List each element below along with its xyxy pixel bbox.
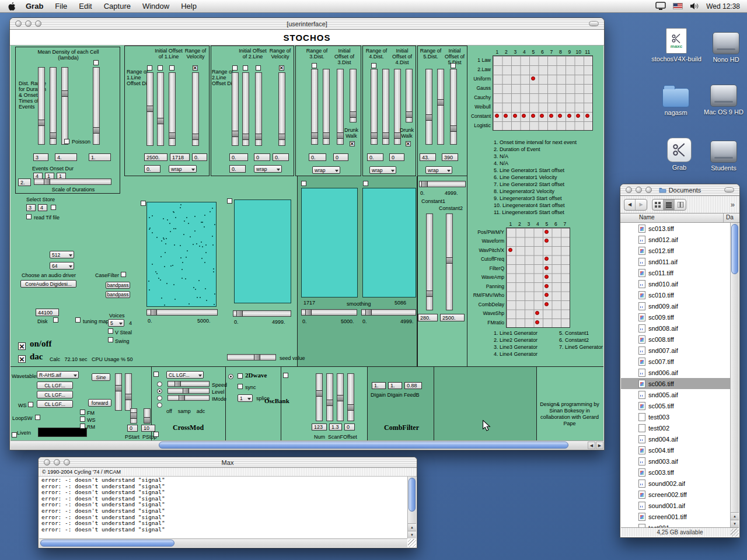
swing-checkbox[interactable]: [108, 337, 113, 342]
dist3-cb[interactable]: [312, 63, 317, 68]
dist3-slider-2[interactable]: [323, 69, 330, 145]
display-4[interactable]: [362, 188, 416, 298]
line1-cb-1[interactable]: [147, 65, 152, 71]
livein-checkbox[interactable]: [12, 432, 17, 438]
dist3-num-2[interactable]: 0: [333, 153, 348, 161]
scanf-value[interactable]: 1.3: [329, 424, 342, 430]
list-view-button[interactable]: [664, 200, 675, 210]
density-slider-2[interactable]: [50, 67, 57, 145]
voices-menu[interactable]: 5: [108, 319, 124, 327]
apple-menu[interactable]: [0, 2, 20, 11]
parameter-grid-dot[interactable]: [544, 302, 549, 306]
cl-lgf-button-3[interactable]: CL LGF...: [37, 400, 73, 408]
dist4-slider-2[interactable]: [382, 69, 389, 145]
display-3[interactable]: [301, 188, 358, 298]
file-row[interactable]: test003: [621, 411, 730, 422]
dist3-wrap-menu[interactable]: wrap: [312, 166, 340, 174]
line1-slider-2[interactable]: [157, 72, 164, 146]
menu-help[interactable]: Help: [175, 0, 203, 13]
dist5-slider-2[interactable]: [437, 69, 444, 145]
dist3-drunkwalk-checkbox[interactable]: [350, 141, 355, 146]
parameter-grid-dot[interactable]: [544, 293, 549, 297]
zoom-button[interactable]: [35, 20, 41, 27]
line1-num-4[interactable]: 0.: [144, 165, 160, 173]
crossmod-radio-4[interactable]: [157, 402, 162, 408]
file-row[interactable]: snd009.aif: [621, 300, 730, 312]
distribution-grid-dot[interactable]: [531, 114, 535, 118]
pstop-num[interactable]: 10: [141, 425, 155, 432]
line1-slider-3[interactable]: [169, 72, 176, 146]
scale-num[interactable]: 2.: [18, 178, 31, 186]
scroll-down-arrow[interactable]: ▼: [731, 520, 739, 527]
scroll-down-arrow[interactable]: ▼: [408, 531, 416, 538]
select-num[interactable]: 3: [26, 204, 36, 211]
file-row[interactable]: sc012.tiff: [621, 245, 730, 256]
constant2-value[interactable]: 2500.: [440, 314, 465, 321]
line1-cb-3[interactable]: [169, 65, 174, 71]
scroll-up-arrow[interactable]: ▲: [731, 512, 739, 520]
dist3-slider-4[interactable]: [350, 69, 357, 123]
display4-slider[interactable]: [361, 309, 416, 316]
menu-file[interactable]: File: [49, 0, 73, 13]
file-row[interactable]: sc004.tiff: [621, 444, 730, 456]
store-num[interactable]: 4: [38, 204, 47, 211]
display-1[interactable]: [146, 202, 217, 307]
constants-top-slider[interactable]: [419, 181, 466, 187]
wavetable-menu[interactable]: R-AHS.aif: [37, 371, 79, 379]
fm-checkbox[interactable]: [80, 410, 85, 415]
minimize-button[interactable]: [25, 20, 32, 27]
pstart-num[interactable]: 0: [127, 425, 138, 432]
console-hscrollbar[interactable]: [39, 538, 407, 547]
finder-vscrollbar[interactable]: ▲▼: [730, 223, 739, 527]
file-row[interactable]: sc010.tiff: [621, 289, 730, 300]
splice-menu[interactable]: 1: [238, 394, 253, 402]
dist5-slider-1[interactable]: [425, 69, 432, 145]
cl-lgf-button-1[interactable]: CL LGF...: [37, 382, 73, 389]
line1-cb-4[interactable]: [193, 65, 198, 71]
samplerate-num[interactable]: 44100: [36, 309, 59, 316]
oscbank-slider-4[interactable]: [347, 373, 354, 421]
resize-grip[interactable]: [408, 539, 416, 547]
file-row[interactable]: sc009.tiff: [621, 312, 730, 323]
crossmod-checkbox-2[interactable]: [153, 432, 159, 437]
input-language-flag-icon[interactable]: [673, 3, 683, 9]
file-row[interactable]: sc013.tiff: [621, 223, 730, 234]
crossmod-radio-1[interactable]: [157, 382, 162, 387]
console-hscroll-thumb[interactable]: [40, 540, 174, 547]
parameter-grid-dot[interactable]: [544, 230, 549, 234]
display3-slider[interactable]: [301, 309, 357, 316]
poisson-checkbox[interactable]: [64, 139, 69, 144]
file-row[interactable]: snd007.aif: [621, 345, 730, 356]
line1-num-3[interactable]: 0.: [192, 153, 207, 161]
loopsw-checkbox[interactable]: [35, 415, 40, 420]
cl-lgf-button-2[interactable]: CL LGF...: [37, 391, 73, 398]
crossmod-checkbox-1[interactable]: [153, 372, 159, 377]
forward-button[interactable]: ▶: [636, 200, 647, 210]
constant1-value[interactable]: 280.: [418, 314, 438, 321]
read-tif-checkbox[interactable]: [26, 214, 32, 219]
volume-icon[interactable]: [690, 2, 699, 10]
offset-value[interactable]: 0: [344, 424, 355, 430]
dist5-cb[interactable]: [451, 63, 456, 68]
file-row[interactable]: sc005.tiff: [621, 400, 730, 411]
menu-edit[interactable]: Edit: [73, 0, 97, 13]
density-slider-4[interactable]: [93, 67, 100, 145]
resize-grip[interactable]: [731, 528, 739, 537]
display2-slider[interactable]: [233, 310, 291, 317]
distribution-grid-cells[interactable]: [493, 55, 593, 131]
line2-cb-4[interactable]: [279, 65, 284, 71]
display2-toggle[interactable]: [227, 198, 232, 204]
digain1-num[interactable]: 1.: [372, 382, 386, 389]
scale-slider[interactable]: [34, 178, 111, 185]
dist4-slider-1[interactable]: [371, 69, 378, 145]
toolbar-pill-button[interactable]: [589, 21, 599, 26]
bandpass-button-1[interactable]: bandpass: [106, 282, 130, 289]
oscbank-slider-3[interactable]: [337, 373, 344, 421]
onoff-checkbox[interactable]: [18, 342, 26, 350]
file-row[interactable]: snd010.aif: [621, 278, 730, 289]
density-slider-3[interactable]: [61, 67, 68, 145]
rm-checkbox[interactable]: [80, 424, 85, 429]
line1-cb-2[interactable]: [158, 65, 163, 71]
finder-vscroll-thumb[interactable]: [731, 224, 738, 274]
line2-wrap-menu[interactable]: wrap: [254, 165, 282, 173]
